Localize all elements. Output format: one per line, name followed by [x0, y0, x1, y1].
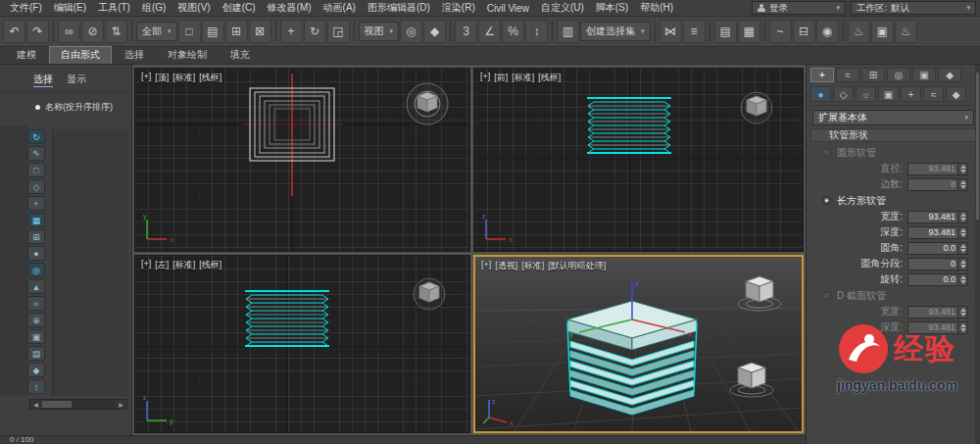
select-object-button[interactable]: □	[178, 20, 201, 43]
viewport-pov-label[interactable]: [前]	[494, 72, 508, 84]
left-tool-button-10[interactable]: ▲	[27, 279, 45, 294]
category-systems[interactable]: ◆	[946, 86, 966, 102]
workspace-dropdown[interactable]: 工作区: 默认 ▾	[851, 1, 976, 15]
left-tool-button-1[interactable]: ↻	[27, 129, 45, 144]
use-pivot-button[interactable]: ◎	[400, 20, 422, 43]
viewport-menu-plus[interactable]: [+]	[141, 72, 151, 84]
tab-utilities[interactable]: ◆	[938, 68, 961, 82]
subcategory-dropdown[interactable]: 扩展基本体 ▾	[812, 110, 974, 125]
selection-region-button[interactable]: ⊞	[225, 20, 248, 43]
left-tool-button-4[interactable]: ◇	[27, 179, 45, 194]
align-button[interactable]: ≡	[683, 20, 706, 43]
category-lights[interactable]: ☼	[856, 86, 876, 102]
scroll-right-icon[interactable]: ▶	[116, 401, 126, 408]
spinner-icon[interactable]	[957, 274, 967, 285]
tab-hierarchy[interactable]: ⊞	[861, 68, 885, 82]
viewport-front[interactable]: [+] [前] [标准] [线框]	[473, 68, 804, 252]
round-hose-radio[interactable]: 圆形软管	[807, 144, 980, 161]
tab-motion[interactable]: ◎	[887, 68, 910, 82]
menu-civil-view[interactable]: Civil View	[481, 2, 535, 15]
menu-edit[interactable]: 编辑(E)	[48, 0, 92, 16]
menu-create[interactable]: 创建(C)	[217, 0, 262, 16]
spinner-icon[interactable]	[957, 259, 967, 270]
left-tool-button-7[interactable]: ⊞	[27, 229, 45, 244]
viewport-menu-plus[interactable]: [+]	[141, 259, 151, 271]
snap-toggle-button[interactable]: 3	[455, 20, 477, 43]
menu-animation[interactable]: 动画(A)	[318, 0, 362, 16]
left-tool-button-12[interactable]: ⊕	[27, 313, 45, 327]
width-field[interactable]: 93.481	[907, 211, 968, 223]
d-width-field[interactable]: 93.481	[907, 306, 968, 319]
viewport-menu-plus[interactable]: [+]	[481, 260, 491, 272]
spinner-icon[interactable]	[957, 307, 967, 318]
spinner-icon[interactable]	[957, 227, 967, 238]
schematic-view-button[interactable]: ⊟	[793, 20, 815, 43]
object-list[interactable]	[52, 129, 128, 396]
hose-shape-rollout[interactable]: 软管形状	[810, 128, 976, 142]
left-tool-button-5[interactable]: +	[27, 196, 45, 211]
menu-help[interactable]: 帮助(H)	[634, 0, 679, 16]
viewport-left[interactable]: [+] [左] [标准] [线框]	[134, 255, 470, 433]
horizontal-scrollbar[interactable]: ◀ ▶	[29, 399, 127, 410]
menu-scripting[interactable]: 脚本(S)	[590, 0, 634, 16]
panel-scrollbar-thumb[interactable]	[976, 73, 979, 220]
viewport-menu-plus[interactable]: [+]	[480, 72, 490, 84]
tab-create[interactable]: +	[810, 68, 834, 82]
select-move-button[interactable]: +	[280, 20, 303, 43]
viewport-top[interactable]: [+] [顶] [标准] [线框]	[134, 68, 470, 252]
category-helpers[interactable]: +	[901, 86, 921, 102]
reference-coordsys-dropdown[interactable]: 视图 ▾	[359, 22, 400, 41]
menu-customize[interactable]: 自定义(U)	[535, 0, 590, 16]
redo-button[interactable]: ↷	[26, 20, 49, 43]
category-spacewarps[interactable]: ≈	[923, 86, 944, 102]
viewport-shading-label[interactable]: [线框]	[538, 72, 561, 84]
percent-snap-button[interactable]: %	[502, 20, 524, 43]
viewport-standard-label[interactable]: [标准]	[521, 260, 544, 272]
tab-display[interactable]: 显示	[67, 73, 86, 87]
menu-graph-editors[interactable]: 图形编辑器(D)	[362, 0, 436, 16]
render-setup-button[interactable]: ♨	[848, 20, 870, 43]
spinner-icon[interactable]	[957, 164, 967, 174]
left-tool-button-16[interactable]: ↕	[27, 379, 45, 394]
menu-rendering[interactable]: 渲染(R)	[436, 0, 481, 16]
spinner-icon[interactable]	[957, 243, 967, 254]
angle-snap-button[interactable]: ∠	[478, 20, 501, 43]
left-tool-button-11[interactable]: ≈	[27, 296, 45, 311]
sides-field[interactable]: 8	[907, 178, 968, 191]
left-tool-button-9[interactable]: ◎	[27, 263, 45, 277]
menu-views[interactable]: 视图(V)	[172, 0, 216, 16]
viewport-standard-label[interactable]: [标准]	[172, 259, 195, 271]
window-crossing-button[interactable]: ⊠	[249, 20, 271, 43]
select-scale-button[interactable]: ◲	[327, 20, 350, 43]
scrollbar-track[interactable]	[41, 400, 116, 409]
layer-explorer-button[interactable]: ▤	[714, 20, 737, 43]
category-geometry[interactable]: ●	[810, 86, 831, 102]
render-button[interactable]: ♨	[895, 20, 917, 43]
select-link-button[interactable]: ∞	[58, 20, 80, 43]
menu-group[interactable]: 组(G)	[136, 0, 172, 16]
unlink-button[interactable]: ⊘	[81, 20, 104, 43]
scroll-left-icon[interactable]: ◀	[30, 401, 41, 408]
left-tool-button-8[interactable]: ●	[27, 246, 45, 261]
undo-button[interactable]: ↶	[3, 20, 25, 43]
diameter-field[interactable]: 93.481	[907, 163, 968, 175]
viewport-perspective[interactable]: [+] [透视] [标准] [默认明暗处理]	[473, 255, 804, 433]
ribbon-tab-freeform[interactable]: 自由形式	[49, 46, 112, 64]
viewport-standard-label[interactable]: [标准]	[512, 72, 534, 84]
ribbon-tab-modeling[interactable]: 建模	[6, 47, 47, 64]
category-shapes[interactable]: ◇	[833, 86, 854, 102]
tab-modify[interactable]: ≈	[836, 68, 859, 82]
spinner-icon[interactable]	[957, 212, 967, 222]
d-section-hose-radio[interactable]: D 截面软管	[807, 287, 980, 304]
scrollbar-thumb[interactable]	[42, 401, 72, 408]
ribbon-tab-populate[interactable]: 填充	[220, 47, 261, 64]
fillet-field[interactable]: 0.0	[907, 242, 968, 255]
mirror-button[interactable]: ⋈	[660, 20, 682, 43]
left-tool-button-3[interactable]: □	[27, 163, 45, 177]
login-dropdown[interactable]: 登录 ▾	[752, 1, 846, 15]
select-manipulate-button[interactable]: ◆	[423, 20, 446, 43]
select-by-name-button[interactable]: ▤	[202, 20, 224, 43]
left-tool-button-6[interactable]: ▦	[27, 213, 45, 227]
depth-field[interactable]: 93.481	[907, 226, 968, 239]
left-tool-button-14[interactable]: ▤	[27, 346, 45, 361]
